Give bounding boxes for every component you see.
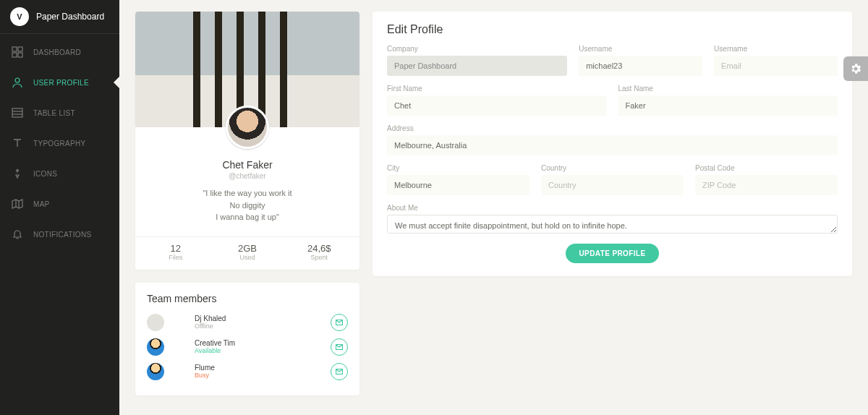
sidebar-item-typography[interactable]: TYPOGRAPHY — [0, 128, 119, 158]
team-avatar — [147, 363, 164, 380]
team-member-name: Flume — [195, 364, 331, 372]
user-icon — [10, 75, 25, 90]
label-address: Address — [387, 124, 838, 132]
settings-gear-button[interactable] — [843, 56, 868, 81]
update-profile-button[interactable]: UPDATE PROFILE — [566, 244, 658, 263]
label-city: City — [387, 164, 529, 172]
svg-rect-2 — [12, 53, 17, 57]
main-content: Chet Faker @chetfaker "I like the way yo… — [119, 0, 868, 407]
sidebar-item-label: USER PROFILE — [33, 79, 89, 87]
sidebar-item-label: TABLE LIST — [33, 109, 75, 117]
sidebar-item-label: DASHBOARD — [33, 48, 81, 56]
edit-profile-card: Edit Profile Company Username Username — [373, 12, 852, 276]
city-input[interactable] — [387, 175, 529, 195]
label-about: About Me — [387, 204, 838, 212]
label-country: Country — [541, 164, 684, 172]
typography-icon — [10, 136, 25, 150]
profile-card: Chet Faker @chetfaker "I like the way yo… — [135, 12, 359, 270]
country-input[interactable] — [541, 175, 684, 195]
username-input[interactable] — [579, 56, 702, 76]
team-avatar — [147, 338, 164, 356]
map-icon — [10, 197, 25, 211]
label-postal: Postal Code — [695, 164, 838, 172]
team-member-status: Offline — [195, 322, 331, 330]
team-member-status: Busy — [195, 372, 331, 379]
sidebar-nav: DASHBOARD USER PROFILE TABLE LIST TYPOGR… — [0, 34, 119, 249]
profile-name: Chet Faker — [145, 159, 349, 171]
postal-input[interactable] — [695, 175, 838, 195]
label-firstname: First Name — [387, 85, 607, 93]
svg-rect-1 — [18, 47, 22, 51]
address-input[interactable] — [387, 135, 838, 155]
label-lastname: Last Name — [618, 85, 838, 93]
icons-icon — [10, 166, 25, 181]
sidebar-item-label: TYPOGRAPHY — [33, 140, 85, 147]
team-avatar — [147, 314, 164, 331]
sidebar-item-map[interactable]: MAP — [0, 189, 119, 219]
sidebar-item-notifications[interactable]: NOTIFICATIONS — [0, 219, 119, 249]
sidebar-item-user-profile[interactable]: USER PROFILE — [0, 67, 119, 98]
profile-stats: 12 Files 2GB Used 24,6$ Spent — [135, 236, 359, 270]
sidebar-item-table-list[interactable]: TABLE LIST — [0, 98, 119, 128]
stat-spent: 24,6$ Spent — [284, 243, 355, 261]
company-input — [387, 56, 567, 76]
brand-logo-icon: V — [10, 7, 29, 26]
sidebar-item-dashboard[interactable]: DASHBOARD — [0, 37, 119, 67]
team-member-status: Available — [195, 347, 331, 354]
team-title: Team members — [147, 293, 348, 304]
sidebar-item-label: NOTIFICATIONS — [33, 231, 91, 239]
team-message-button[interactable] — [331, 338, 348, 356]
label-company: Company — [387, 45, 567, 53]
team-message-button[interactable] — [331, 314, 348, 331]
sidebar: V Paper Dashboard DASHBOARD USER PROFILE… — [0, 0, 119, 415]
gear-icon — [849, 62, 862, 75]
dashboard-icon — [10, 45, 25, 59]
table-icon — [10, 106, 25, 120]
team-row: Creative Tim Available — [147, 335, 348, 359]
profile-handle: @chetfaker — [145, 172, 349, 180]
email-input[interactable] — [714, 56, 838, 76]
profile-quote: "I like the way you work it No diggity I… — [145, 187, 349, 223]
svg-point-4 — [15, 78, 20, 82]
svg-rect-0 — [12, 47, 17, 51]
svg-rect-3 — [18, 53, 22, 57]
sidebar-item-label: MAP — [33, 200, 50, 208]
brand-name: Paper Dashboard — [36, 12, 104, 22]
team-row: Dj Khaled Offline — [147, 310, 348, 335]
team-message-button[interactable] — [331, 363, 348, 380]
sidebar-item-label: ICONS — [33, 170, 57, 178]
sidebar-item-icons[interactable]: ICONS — [0, 158, 119, 189]
profile-avatar[interactable] — [226, 106, 269, 149]
team-member-name: Dj Khaled — [195, 315, 331, 322]
label-email: Username — [714, 45, 838, 53]
about-textarea[interactable] — [387, 215, 838, 234]
team-row: Flume Busy — [147, 359, 348, 384]
active-caret-icon — [114, 76, 120, 89]
firstname-input[interactable] — [387, 95, 607, 116]
label-username: Username — [579, 45, 702, 53]
team-member-name: Creative Tim — [195, 339, 331, 347]
lastname-input[interactable] — [618, 95, 838, 116]
edit-profile-title: Edit Profile — [387, 23, 838, 36]
brand[interactable]: V Paper Dashboard — [0, 0, 119, 34]
stat-files: 12 Files — [140, 243, 211, 261]
bell-icon — [10, 227, 25, 241]
stat-used: 2GB Used — [211, 243, 283, 261]
svg-rect-5 — [12, 108, 22, 117]
team-card: Team members Dj Khaled Offline Creative … — [135, 283, 359, 395]
